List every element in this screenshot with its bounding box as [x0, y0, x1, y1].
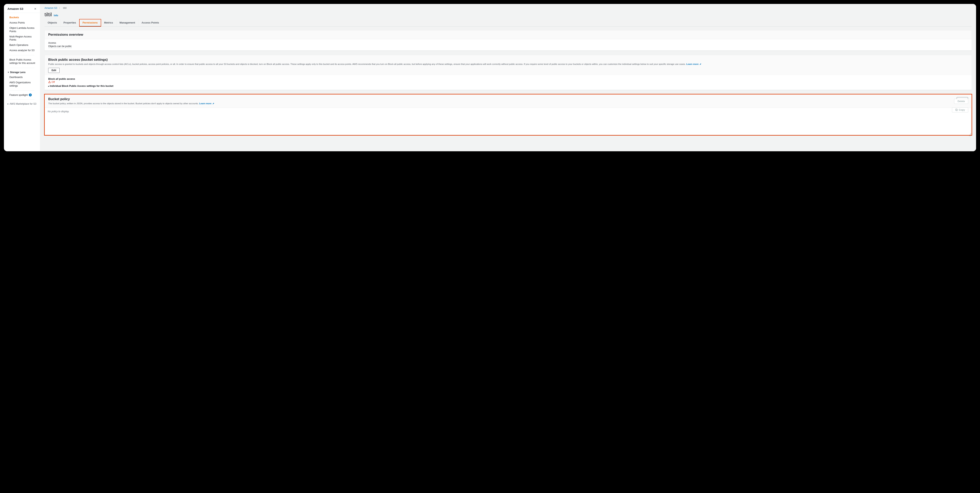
edit-button[interactable]: Edit [48, 68, 60, 73]
window: Amazon S3 ✕ Buckets Access Points Object… [4, 4, 976, 151]
block-prefix: Block [48, 78, 55, 80]
sidebar-item-object-lambda[interactable]: Object Lambda Access Points [4, 25, 40, 34]
delete-button: Delete [954, 99, 968, 104]
sidebar-item-feature-spotlight[interactable]: Feature spotlight 3 [4, 92, 40, 97]
panel-body: Block all public access Off Individual B… [45, 75, 972, 90]
sidebar-group-storage-lens[interactable]: ▼ Storage Lens [4, 70, 40, 75]
panel-title: Block public access (bucket settings) [48, 58, 108, 62]
block-all-label: Block all public access [48, 78, 968, 80]
tab-access-points[interactable]: Access Points [138, 19, 162, 27]
learn-more-link[interactable]: Learn more [686, 63, 699, 65]
copy-button: Copy [952, 107, 968, 113]
panel-body: Access Objects can be public [45, 39, 972, 50]
status-text: Off [51, 81, 55, 83]
caret-right-icon: ▶ [8, 103, 9, 105]
sidebar-item-block-public-account[interactable]: Block Public Access settings for this ac… [4, 57, 40, 66]
tab-objects[interactable]: Objects [45, 19, 60, 27]
sidebar-item-batch-ops[interactable]: Batch Operations [4, 43, 40, 48]
access-label: Access [48, 41, 968, 44]
caret-down-icon: ▼ [8, 71, 9, 73]
sidebar-item-access-analyzer[interactable]: Access analyzer for S3 [4, 48, 40, 53]
chevron-right-icon: 〉 [59, 7, 61, 9]
feature-spotlight-badge: 3 [29, 94, 32, 96]
marketplace-label: AWS Marketplace for S3 [10, 102, 36, 105]
bpa-description-text: Public access is granted to buckets and … [48, 63, 686, 65]
breadcrumb: Amazon S3 〉 tiltil [45, 7, 972, 10]
breadcrumb-root[interactable]: Amazon S3 [45, 7, 57, 10]
block-ital: all [56, 78, 59, 80]
tab-properties[interactable]: Properties [60, 19, 80, 27]
sidebar-item-org-settings[interactable]: AWS Organizations settings [4, 80, 40, 89]
status-off: Off [48, 81, 968, 83]
copy-icon [955, 108, 958, 111]
feature-spotlight-label: Feature spotlight [10, 94, 28, 96]
divider [10, 68, 35, 68]
block-suffix: public access [59, 78, 75, 80]
sidebar-item-multi-region[interactable]: Multi-Region Access Points [4, 34, 40, 43]
panel-header: Permissions overview [45, 30, 972, 39]
tab-metrics[interactable]: Metrics [101, 19, 116, 27]
copy-label: Copy [959, 108, 965, 111]
individual-settings-expander[interactable]: Individual Block Public Access settings … [48, 85, 968, 87]
panel-header: Block public access (bucket settings) Pu… [45, 55, 972, 75]
close-icon[interactable]: ✕ [34, 7, 37, 10]
divider [10, 99, 35, 100]
access-value: Objects can be public [48, 45, 72, 48]
external-link-icon: ⬈ [700, 63, 701, 65]
sidebar-group-label: Storage Lens [10, 71, 25, 74]
sidebar-title: Amazon S3 [8, 7, 23, 10]
expander-summary[interactable]: Individual Block Public Access settings … [48, 85, 968, 87]
sidebar-item-marketplace[interactable]: ▶ AWS Marketplace for S3 [4, 102, 40, 106]
tab-permissions[interactable]: Permissions [80, 19, 101, 27]
sidebar-item-buckets[interactable]: Buckets [4, 15, 40, 20]
panel-block-public-access: Block public access (bucket settings) Pu… [45, 55, 972, 90]
main-content: Amazon S3 〉 tiltil tiltil Info Objects P… [40, 4, 976, 151]
tabs: Objects Properties Permissions Metrics M… [45, 19, 972, 27]
page-heading: tiltil Info [45, 11, 972, 17]
sidebar: Amazon S3 ✕ Buckets Access Points Object… [4, 4, 40, 151]
page-title: tiltil [45, 11, 52, 17]
breadcrumb-current: tiltil [63, 7, 67, 10]
sidebar-header: Amazon S3 ✕ [4, 6, 40, 13]
divider [10, 90, 35, 91]
sidebar-item-dashboards[interactable]: Dashboards [4, 75, 40, 80]
warning-icon [48, 81, 51, 83]
tab-management[interactable]: Management [116, 19, 138, 27]
info-link[interactable]: Info [54, 14, 58, 17]
sidebar-item-access-points[interactable]: Access Points [4, 20, 40, 25]
panel-title: Permissions overview [48, 33, 968, 37]
panel-permissions-overview: Permissions overview Access Objects can … [45, 30, 972, 51]
panel-description: Public access is granted to buckets and … [48, 62, 701, 66]
